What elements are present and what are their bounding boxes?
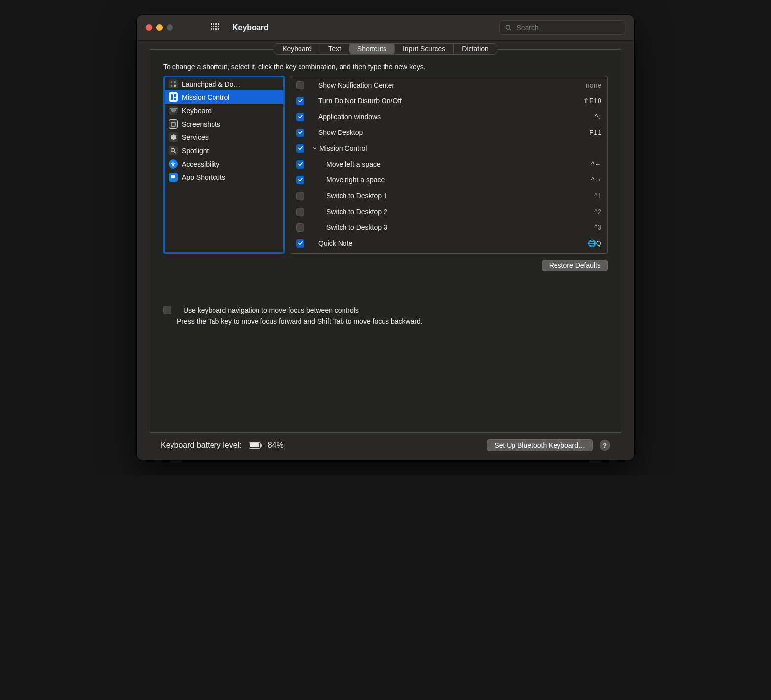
shortcut-checkbox[interactable] — [296, 160, 304, 169]
shortcut-checkbox[interactable] — [296, 176, 304, 184]
instructions-text: To change a shortcut, select it, click t… — [163, 63, 608, 71]
svg-point-0 — [506, 25, 510, 29]
show-all-icon[interactable] — [211, 23, 219, 32]
sidebar-item-screenshots[interactable]: Screenshots — [165, 117, 283, 131]
svg-rect-7 — [174, 94, 176, 97]
nav-buttons — [187, 23, 196, 32]
shortcut-key[interactable]: ^→ — [591, 176, 601, 184]
shortcut-label: Show Desktop — [318, 129, 585, 136]
shortcut-row[interactable]: Application windows^↓ — [296, 109, 601, 125]
shortcut-checkbox[interactable] — [296, 81, 304, 89]
sidebar-item-label: Accessibility — [182, 160, 219, 168]
sidebar-item-app-shortcuts[interactable]: App Shortcuts — [165, 171, 283, 184]
shortcut-key[interactable]: ^1 — [594, 192, 601, 200]
shortcut-key[interactable]: ^3 — [594, 223, 601, 231]
titlebar: Keyboard — [137, 15, 634, 41]
restore-defaults-button[interactable]: Restore Defaults — [542, 260, 608, 271]
shortcut-row[interactable]: Switch to Desktop 2^2 — [296, 204, 601, 219]
shortcuts-list[interactable]: Show Notification CenternoneTurn Do Not … — [290, 76, 608, 254]
shortcut-checkbox[interactable] — [296, 223, 304, 232]
shortcut-key[interactable]: F11 — [589, 129, 601, 136]
svg-line-1 — [509, 29, 511, 30]
shortcut-key[interactable]: ⇧F10 — [583, 97, 601, 105]
svg-rect-3 — [174, 81, 176, 83]
shortcut-row[interactable]: Move left a space^← — [296, 156, 601, 172]
shortcut-label: Mission Control — [319, 144, 598, 152]
tab-dictation[interactable]: Dictation — [454, 44, 496, 54]
close-window-button[interactable] — [146, 24, 152, 31]
keyboard-nav-description: Press the Tab key to move focus forward … — [177, 317, 608, 325]
main-panel: KeyboardTextShortcutsInput SourcesDictat… — [149, 49, 622, 433]
tab-input-sources[interactable]: Input Sources — [395, 44, 454, 54]
search-icon — [505, 24, 512, 32]
zoom-window-button[interactable] — [167, 24, 173, 31]
svg-rect-5 — [174, 85, 176, 87]
sidebar-item-launchpad[interactable]: Launchpad & Do… — [165, 77, 283, 90]
shortcut-row[interactable]: Switch to Desktop 1^1 — [296, 188, 601, 204]
shortcut-label: Move left a space — [326, 160, 587, 168]
minimize-window-button[interactable] — [156, 24, 163, 31]
sidebar-item-label: App Shortcuts — [182, 174, 225, 181]
shortcut-label: Switch to Desktop 2 — [326, 208, 590, 216]
shortcut-checkbox[interactable] — [296, 239, 304, 248]
battery-icon — [249, 442, 261, 449]
shortcut-row[interactable]: Quick Note🌐Q — [296, 235, 601, 251]
svg-point-16 — [172, 161, 173, 162]
svg-point-14 — [171, 148, 174, 152]
shortcut-checkbox[interactable] — [296, 113, 304, 121]
shortcut-label: Application windows — [318, 113, 591, 121]
window-controls — [146, 24, 173, 31]
shortcut-row[interactable]: Switch to Desktop 3^3 — [296, 219, 601, 235]
sidebar-item-services[interactable]: Services — [165, 131, 283, 144]
shortcut-row[interactable]: Show Notification Centernone — [296, 77, 601, 93]
sidebar-item-label: Launchpad & Do… — [182, 80, 240, 88]
shortcut-row[interactable]: Turn Do Not Disturb On/Off⇧F10 — [296, 93, 601, 109]
tab-shortcuts[interactable]: Shortcuts — [349, 44, 395, 54]
shortcut-key[interactable]: ^↓ — [595, 113, 601, 121]
keyboard-nav-label: Use keyboard navigation to move focus be… — [183, 306, 359, 314]
svg-rect-8 — [174, 98, 176, 100]
category-sidebar[interactable]: Launchpad & Do…Mission ControlKeyboardSc… — [163, 76, 285, 254]
shortcut-label: Turn Do Not Disturb On/Off — [318, 97, 579, 105]
tab-text[interactable]: Text — [320, 44, 349, 54]
window-title: Keyboard — [232, 23, 269, 32]
help-button[interactable]: ? — [600, 440, 610, 451]
shortcut-checkbox[interactable] — [296, 208, 304, 216]
sidebar-item-label: Mission Control — [182, 93, 229, 101]
svg-line-15 — [174, 151, 175, 153]
battery-label: Keyboard battery level: — [161, 441, 242, 450]
shortcut-checkbox[interactable] — [296, 144, 304, 153]
search-field[interactable] — [499, 20, 625, 35]
shortcut-label: Show Notification Center — [318, 81, 582, 89]
shortcut-key[interactable]: none — [586, 81, 601, 89]
shortcut-key[interactable]: ^← — [591, 160, 601, 168]
svg-rect-6 — [171, 94, 173, 100]
shortcut-checkbox[interactable] — [296, 129, 304, 137]
sidebar-item-mission-control[interactable]: Mission Control — [165, 90, 283, 104]
sidebar-item-accessibility[interactable]: Accessibility — [165, 157, 283, 171]
sidebar-item-label: Screenshots — [182, 120, 220, 128]
shortcut-row[interactable]: Show DesktopF11 — [296, 125, 601, 140]
sidebar-item-label: Services — [182, 133, 209, 141]
shortcut-label: Switch to Desktop 1 — [326, 192, 590, 200]
shortcut-row[interactable]: Mission Control — [296, 140, 601, 156]
disclosure-triangle-icon[interactable] — [311, 146, 318, 151]
battery-percent: 84% — [268, 441, 284, 450]
shortcut-checkbox[interactable] — [296, 97, 304, 105]
svg-rect-2 — [171, 81, 172, 83]
sidebar-item-keyboard[interactable]: Keyboard — [165, 104, 283, 117]
sidebar-item-label: Keyboard — [182, 107, 212, 115]
shortcut-checkbox[interactable] — [296, 192, 304, 200]
shortcut-key[interactable]: ^2 — [594, 208, 601, 216]
footer: Keyboard battery level: 84% Set Up Bluet… — [149, 433, 622, 460]
search-input[interactable] — [515, 23, 620, 32]
setup-bluetooth-button[interactable]: Set Up Bluetooth Keyboard… — [487, 439, 593, 451]
sidebar-item-spotlight[interactable]: Spotlight — [165, 144, 283, 157]
svg-rect-4 — [171, 85, 172, 87]
shortcut-key[interactable]: 🌐Q — [588, 239, 601, 247]
tab-keyboard[interactable]: Keyboard — [274, 44, 320, 54]
keyboard-nav-checkbox[interactable] — [163, 306, 171, 314]
shortcut-row[interactable]: Move right a space^→ — [296, 172, 601, 188]
preferences-window: Keyboard KeyboardTextShortcutsInput Sour… — [137, 15, 634, 460]
svg-rect-13 — [171, 122, 175, 126]
